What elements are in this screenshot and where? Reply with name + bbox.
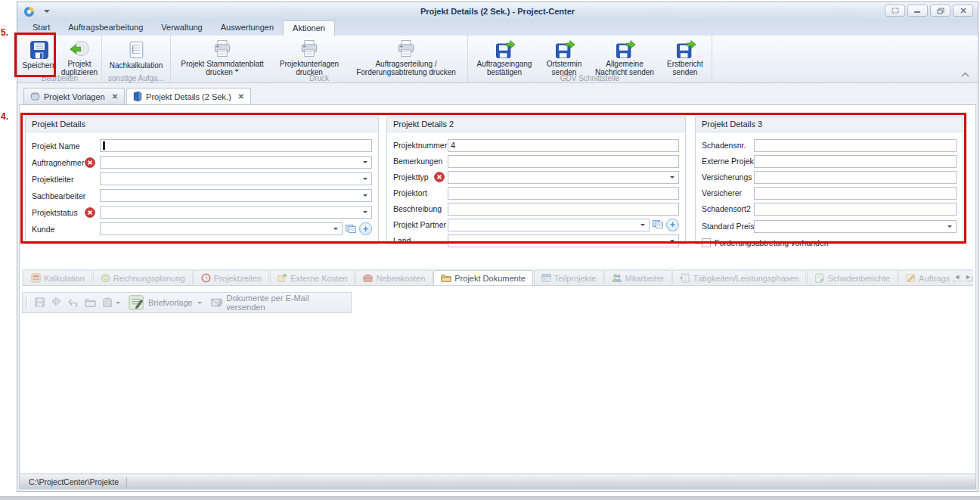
app-window: Projekt Details (2 Sek.) - Project-Cente… bbox=[17, 2, 978, 492]
schadensnr-input[interactable] bbox=[754, 139, 957, 152]
publish-document-icon[interactable] bbox=[51, 297, 62, 308]
tab-taetigkeiten[interactable]: Tätigkeiten/Leistungsphasen bbox=[672, 270, 806, 285]
projekt-name-input[interactable] bbox=[100, 139, 372, 152]
nachkalkulation-button[interactable]: Nachkalkulation bbox=[104, 37, 169, 74]
land-combo[interactable] bbox=[448, 234, 679, 247]
tab-teilprojekte[interactable]: Teilprojekte bbox=[534, 270, 604, 285]
email-icon bbox=[211, 298, 223, 307]
dropdown-caret-icon[interactable] bbox=[116, 302, 120, 306]
field-schadensort2: Schadensort2 bbox=[702, 201, 957, 216]
printer-icon bbox=[299, 39, 320, 60]
group-label-gdv: GDV Schnittstelle bbox=[470, 74, 710, 83]
briefvorlage-button[interactable]: Briefvorlage bbox=[123, 293, 206, 312]
send-save-icon bbox=[554, 39, 575, 60]
field-versicherungs-nr: Versicherungs Nr. bbox=[702, 169, 957, 185]
window-controls bbox=[885, 5, 973, 17]
ribbon-tab-auftragsbearbeitung[interactable]: Auftragsbearbeitung bbox=[59, 20, 152, 36]
tab-mitarbeiter[interactable]: Mitarbeiter bbox=[604, 270, 671, 285]
phases-list-icon bbox=[680, 273, 690, 283]
projektleiter-combo[interactable] bbox=[100, 172, 372, 185]
open-partner-card-icon[interactable] bbox=[653, 218, 663, 231]
versicherer-input[interactable] bbox=[754, 187, 957, 200]
tab-externe-kosten[interactable]: Externe Kosten bbox=[270, 270, 355, 285]
auftragnehmer-combo[interactable] bbox=[100, 156, 372, 169]
statusbar-separator bbox=[126, 477, 127, 486]
toolbar-grip bbox=[26, 297, 28, 309]
close-tab-icon[interactable]: ✕ bbox=[112, 92, 118, 101]
export-package-icon[interactable] bbox=[102, 297, 113, 308]
clock-icon bbox=[201, 273, 211, 283]
document-tab-bar: Projekt Vorlagen ✕ Projekt Details (2 Se… bbox=[19, 88, 976, 105]
duplicate-icon bbox=[69, 39, 90, 60]
sachbearbeiter-combo[interactable] bbox=[100, 189, 372, 202]
auftragseingang-bestaetigen-button[interactable]: Auftragseingang bestätigen bbox=[470, 37, 539, 74]
field-schadensnr: Schadensnr. bbox=[702, 138, 957, 153]
group-label-druck: Druck bbox=[172, 74, 466, 83]
add-customer-button[interactable]: + bbox=[359, 222, 372, 235]
externe-projektnr-input[interactable] bbox=[754, 155, 957, 168]
required-error-icon bbox=[85, 207, 95, 218]
tab-rechnungsplanung[interactable]: Rechnungsplanung bbox=[93, 270, 193, 285]
beschreibung-input[interactable] bbox=[448, 203, 679, 216]
field-projektleiter: Projektleiter bbox=[32, 171, 372, 187]
screenshot-root: Projekt Details (2 Sek.) - Project-Cente… bbox=[0, 0, 980, 500]
forderungsabtretung-checkbox[interactable] bbox=[702, 238, 711, 247]
tab-schadenberichte[interactable]: Schadenberichte bbox=[807, 270, 898, 285]
tab-projekt-dokumente[interactable]: Projekt Dokumente bbox=[433, 270, 533, 285]
ortstermin-senden-button[interactable]: Ortstermin senden bbox=[539, 37, 589, 74]
projektort-input[interactable] bbox=[448, 187, 679, 200]
projektstatus-combo[interactable] bbox=[100, 206, 372, 219]
send-documents-email-button[interactable]: Dokumente per E-Mail versenden bbox=[206, 293, 351, 312]
versicherungs-nr-input[interactable] bbox=[754, 171, 957, 184]
invoice-plan-icon bbox=[101, 273, 110, 283]
erstbericht-senden-button[interactable]: Erstbericht senden bbox=[660, 37, 710, 74]
fullscreen-button[interactable] bbox=[885, 5, 905, 17]
ribbon-tab-verwaltung[interactable]: Verwaltung bbox=[152, 20, 211, 36]
add-partner-button[interactable]: + bbox=[666, 219, 679, 231]
printer-icon bbox=[395, 39, 417, 60]
field-projektnummer: Projektnummer 4 bbox=[393, 138, 679, 153]
projekt-partner-combo[interactable] bbox=[448, 219, 650, 231]
minimize-button[interactable] bbox=[907, 5, 928, 17]
save-document-icon[interactable] bbox=[35, 297, 45, 308]
tab-scroll-right-icon[interactable]: ► bbox=[965, 273, 972, 281]
send-save-icon bbox=[614, 39, 635, 60]
close-tab-icon[interactable]: ✕ bbox=[238, 92, 244, 101]
field-standard-preisliste: Standard Preisliste bbox=[702, 219, 957, 234]
ribbon-tab-start[interactable]: Start bbox=[23, 20, 59, 36]
restore-button[interactable] bbox=[930, 5, 951, 17]
schadensort2-input[interactable] bbox=[754, 203, 957, 216]
print-projektunterlagen-button[interactable]: Projektunterlagen drucken bbox=[272, 37, 346, 74]
annotation-step-5: 5. bbox=[1, 27, 8, 38]
project-path: C:\ProjectCenter\Projekte bbox=[29, 477, 119, 486]
print-auftragserteilung-button[interactable]: Auftragserteilung / Forderungsabtretung … bbox=[346, 37, 466, 74]
open-customer-card-icon[interactable] bbox=[346, 222, 356, 236]
tab-projektzeiten[interactable]: Projektzeiten bbox=[194, 270, 270, 285]
print-stammdatenblatt-button[interactable]: Projekt Stammdatenblatt drucken bbox=[172, 37, 272, 74]
annotation-step-4: 4. bbox=[1, 111, 8, 122]
ribbon-group-sonstige: Nachkalkulation sonstige Aufga... bbox=[102, 36, 171, 82]
close-button[interactable] bbox=[953, 5, 973, 17]
projektnummer-input[interactable]: 4 bbox=[448, 139, 679, 152]
kunde-combo[interactable] bbox=[100, 222, 343, 235]
window-title: Projekt Details (2 Sek.) - Project-Cente… bbox=[17, 7, 978, 16]
open-folder-icon[interactable] bbox=[85, 298, 96, 307]
projekttyp-combo[interactable] bbox=[448, 171, 679, 184]
doc-tab-projekt-vorlagen[interactable]: Projekt Vorlagen ✕ bbox=[23, 88, 125, 104]
undo-icon[interactable] bbox=[68, 298, 79, 307]
ribbon-tab-aktionen[interactable]: Aktionen bbox=[283, 20, 335, 36]
standard-preisliste-combo[interactable] bbox=[754, 220, 957, 233]
doc-tab-projekt-details[interactable]: Projekt Details (2 Sek.) ✕ bbox=[126, 88, 251, 104]
people-icon bbox=[612, 273, 622, 283]
ribbon-tab-auswertungen[interactable]: Auswertungen bbox=[212, 20, 283, 36]
tab-nebenkosten[interactable]: Nebenkosten bbox=[355, 270, 433, 285]
ribbon-collapse-chevron-icon[interactable] bbox=[960, 71, 970, 79]
bemerkungen-input[interactable] bbox=[448, 155, 679, 168]
tab-scroll-left-icon[interactable]: ◄ bbox=[954, 273, 960, 281]
save-button[interactable]: Speichern bbox=[20, 37, 59, 74]
allgemeine-nachricht-senden-button[interactable]: Allgemeine Nachricht senden bbox=[589, 37, 660, 74]
field-bemerkungen: Bemerkungen bbox=[393, 154, 679, 169]
tab-kalkulation[interactable]: Kalkulation bbox=[23, 270, 92, 285]
duplicate-project-button[interactable]: Projekt duplizieren bbox=[59, 37, 100, 74]
quick-access-caret-icon[interactable] bbox=[44, 10, 50, 16]
